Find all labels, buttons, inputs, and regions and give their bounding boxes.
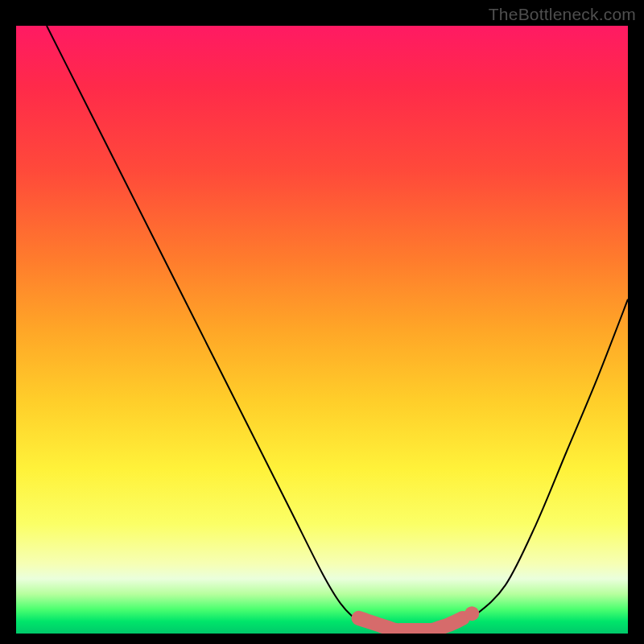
chart-container: TheBottleneck.com [0,0,644,644]
plot-area [16,26,628,634]
attribution-text: TheBottleneck.com [489,5,636,24]
curve-layer [16,26,628,634]
optimal-range-marker [359,618,463,630]
optimal-range-endpoint-dot [464,606,479,621]
bottleneck-curve [47,26,628,634]
